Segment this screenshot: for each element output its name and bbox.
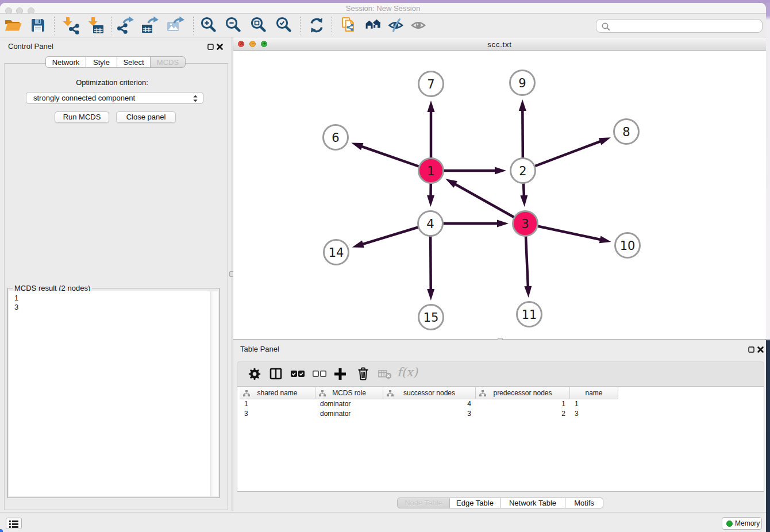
zoom-fit-button[interactable] — [249, 16, 268, 35]
zoom-out-icon — [224, 16, 243, 35]
table-panel-float-icon[interactable] — [748, 346, 755, 353]
optimization-criterion-label: Optimization criterion: — [0, 78, 224, 87]
export-table-button[interactable] — [140, 16, 160, 35]
table-toolbar: f(x) — [237, 361, 764, 386]
graph-node-label: 10 — [620, 239, 636, 253]
table-panel-tabs: Node TableEdge TableNetwork TableMotifs — [397, 498, 603, 508]
table-cell[interactable]: 1 — [240, 399, 315, 409]
column-header-successor-nodes[interactable]: successor nodes — [383, 387, 476, 399]
select-chevrons-icon — [192, 94, 198, 103]
import-network-button[interactable] — [60, 16, 80, 35]
table-row: 1dominator411 — [240, 399, 763, 409]
table-tab-edge-table[interactable]: Edge Table — [450, 498, 500, 508]
graph-node-6[interactable]: 6 — [324, 125, 348, 150]
search-input[interactable] — [613, 20, 759, 32]
add-column-button[interactable] — [330, 364, 350, 384]
graph-node-1[interactable]: 1 — [419, 159, 444, 183]
memory-button[interactable]: Memory — [722, 517, 762, 530]
zoom-selected-button[interactable] — [274, 16, 294, 35]
column-header-name[interactable]: name — [570, 387, 618, 399]
table-settings-button[interactable] — [245, 364, 264, 384]
graph-node-label: 1 — [427, 164, 434, 178]
hide-selected-button[interactable] — [387, 16, 406, 35]
fx-icon: f(x) — [397, 365, 418, 379]
criterion-select[interactable]: strongly connected component — [26, 92, 203, 104]
import-network-icon — [60, 16, 80, 35]
table-cell[interactable]: 4 — [383, 399, 476, 409]
column-header-label: name — [585, 389, 602, 397]
table-cell[interactable]: dominator — [315, 409, 383, 419]
graph-node-9[interactable]: 9 — [510, 71, 535, 95]
table-cell[interactable]: 1 — [570, 399, 618, 409]
graph-node-label: 8 — [622, 125, 630, 139]
graph-arrowhead-4-15 — [427, 289, 434, 300]
zoom-out-button[interactable] — [224, 16, 243, 35]
graph-arrowhead-1-2 — [495, 167, 506, 175]
import-table-icon — [86, 16, 105, 35]
hide-selected-icon — [387, 16, 406, 35]
task-list-icon — [9, 519, 24, 530]
table-tab-network-table[interactable]: Network Table — [500, 498, 565, 508]
table-body: 1dominator4113dominator323 — [240, 399, 763, 419]
split-view-button[interactable] — [266, 364, 286, 384]
graph-node-8[interactable]: 8 — [614, 119, 639, 144]
table-tab-node-table[interactable]: Node Table — [397, 498, 450, 508]
refresh-network-button[interactable] — [307, 16, 326, 35]
deselect-all-button[interactable] — [310, 364, 329, 384]
export-image-button[interactable] — [165, 16, 185, 35]
new-network-from-selection-button[interactable] — [338, 16, 358, 35]
run-mcds-button[interactable]: Run MCDS — [55, 111, 109, 123]
graph-arrowhead-4-14 — [352, 240, 364, 247]
graph-arrowhead-3-10 — [599, 236, 611, 243]
table-tab-motifs[interactable]: Motifs — [565, 498, 603, 508]
task-history-button[interactable] — [6, 518, 22, 529]
delete-column-button[interactable] — [353, 364, 373, 384]
table-panel-close-icon[interactable] — [757, 346, 764, 353]
toolbar-separator — [193, 17, 194, 34]
open-session-icon — [3, 16, 22, 35]
graph-node-14[interactable]: 14 — [324, 240, 349, 265]
graph-node-7[interactable]: 7 — [419, 72, 444, 97]
control-tab-network[interactable]: Network — [45, 56, 86, 68]
graph-node-4[interactable]: 4 — [418, 211, 443, 236]
table-cell[interactable]: 3 — [383, 409, 476, 419]
graph-node-11[interactable]: 11 — [517, 302, 542, 327]
refresh-network-icon — [307, 16, 326, 35]
table-cell[interactable]: dominator — [315, 399, 383, 409]
graph-node-15[interactable]: 15 — [419, 305, 444, 330]
import-table-button[interactable] — [86, 16, 105, 35]
first-neighbors-button[interactable] — [363, 16, 383, 35]
control-tab-style[interactable]: Style — [86, 56, 117, 68]
zoom-in-button[interactable] — [199, 16, 218, 35]
export-network-button[interactable] — [116, 16, 135, 35]
open-session-button[interactable] — [3, 16, 22, 35]
toolbar-separator — [300, 17, 301, 34]
search-icon — [600, 21, 611, 32]
mcds-result-scrollbar[interactable] — [210, 291, 218, 496]
graph-node-2[interactable]: 2 — [511, 159, 536, 183]
table-cell[interactable]: 3 — [240, 409, 315, 419]
control-panel-close-icon[interactable] — [216, 43, 224, 51]
control-tab-mcds[interactable]: MCDS — [151, 56, 186, 68]
table-cell[interactable]: 3 — [570, 409, 618, 419]
column-header-label: successor nodes — [403, 389, 455, 397]
column-header-predecessor-nodes[interactable]: predecessor nodes — [476, 387, 570, 399]
table-cell[interactable]: 1 — [476, 399, 570, 409]
export-network-icon — [116, 16, 135, 35]
show-all-button[interactable] — [409, 16, 429, 35]
table-cell[interactable]: 2 — [476, 409, 570, 419]
select-all-button[interactable] — [288, 364, 307, 384]
graph-node-10[interactable]: 10 — [615, 233, 640, 258]
save-session-button[interactable] — [28, 16, 48, 35]
control-panel: Control Panel NetworkStyleSelectMCDS Opt… — [0, 37, 232, 511]
control-tab-select[interactable]: Select — [117, 56, 151, 68]
control-panel-float-icon[interactable] — [207, 43, 214, 51]
network-window-title: scc.txt — [233, 40, 766, 49]
close-panel-button[interactable]: Close panel — [116, 111, 176, 123]
mcds-result-list[interactable]: 1 3 — [9, 291, 218, 496]
network-canvas[interactable]: 1 2 3 4 6 7 8 9 10 11 14 15 — [233, 51, 766, 340]
graph-node-3[interactable]: 3 — [513, 211, 538, 236]
column-header-MCDS-role[interactable]: MCDS role — [315, 387, 383, 399]
zoom-selected-icon — [274, 16, 294, 35]
column-header-shared-name[interactable]: shared name — [240, 387, 315, 399]
